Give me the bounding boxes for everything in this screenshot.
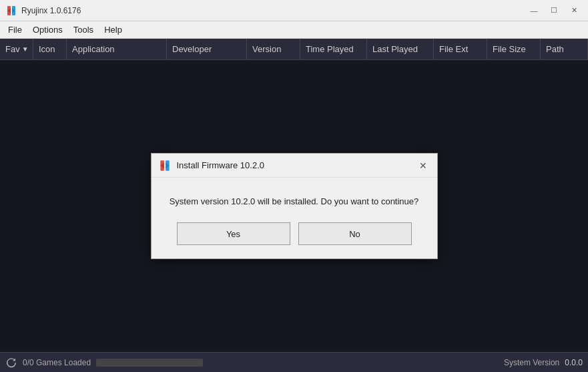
col-header-developer[interactable]: Developer [167,39,247,59]
dialog-logo-icon [158,159,172,172]
col-header-lastplayed[interactable]: Last Played [367,39,434,59]
maximize-button[interactable]: ☐ [545,4,563,17]
dialog-buttons: Yes No [165,222,424,245]
statusbar: 0/0 Games Loaded System Version 0.0.0 [0,352,588,372]
dialog-close-button[interactable]: ✕ [416,158,430,173]
progress-bar [96,359,203,367]
col-header-path[interactable]: Path [541,39,588,59]
col-header-fav[interactable]: Fav ▼ [0,39,33,59]
refresh-button[interactable] [5,357,17,369]
col-header-filesize[interactable]: File Size [487,39,541,59]
dialog-body: System version 10.2.0 will be installed.… [152,178,437,258]
app-logo-icon [5,5,17,17]
game-list-area: Install Firmware 10.2.0 ✕ System version… [0,60,588,352]
menu-file[interactable]: File [3,21,27,38]
col-header-icon[interactable]: Icon [33,39,67,59]
menu-options[interactable]: Options [27,21,68,38]
col-header-fileext[interactable]: File Ext [434,39,487,59]
col-header-application[interactable]: Application [67,39,167,59]
titlebar: Ryujinx 1.0.6176 — ☐ ✕ [0,0,588,21]
games-loaded-label: 0/0 Games Loaded [23,358,91,367]
dialog-message-text: System version 10.2.0 will be installed.… [165,196,424,206]
menubar: File Options Tools Help [0,21,588,39]
column-headers: Fav ▼ Icon Application Developer Version… [0,39,588,60]
dialog-title: Install Firmware 10.2.0 [177,160,265,170]
statusbar-right: System Version 0.0.0 [504,358,583,367]
col-header-version[interactable]: Version [247,39,300,59]
dialog-titlebar: Install Firmware 10.2.0 ✕ [152,154,437,178]
minimize-button[interactable]: — [525,4,543,17]
window-controls: — ☐ ✕ [525,4,583,17]
dialog-no-button[interactable]: No [298,222,412,245]
install-firmware-dialog: Install Firmware 10.2.0 ✕ System version… [151,153,438,259]
dialog-yes-button[interactable]: Yes [177,222,290,245]
system-version-value: 0.0.0 [565,358,583,367]
menu-help[interactable]: Help [99,21,127,38]
app-title: Ryujinx 1.0.6176 [21,6,521,15]
close-button[interactable]: ✕ [565,4,583,17]
system-version-label: System Version [504,358,559,367]
menu-tools[interactable]: Tools [68,21,99,38]
dialog-overlay: Install Firmware 10.2.0 ✕ System version… [0,60,588,352]
col-header-timeplayed[interactable]: Time Played [300,39,367,59]
fav-dropdown-icon: ▼ [22,45,29,53]
